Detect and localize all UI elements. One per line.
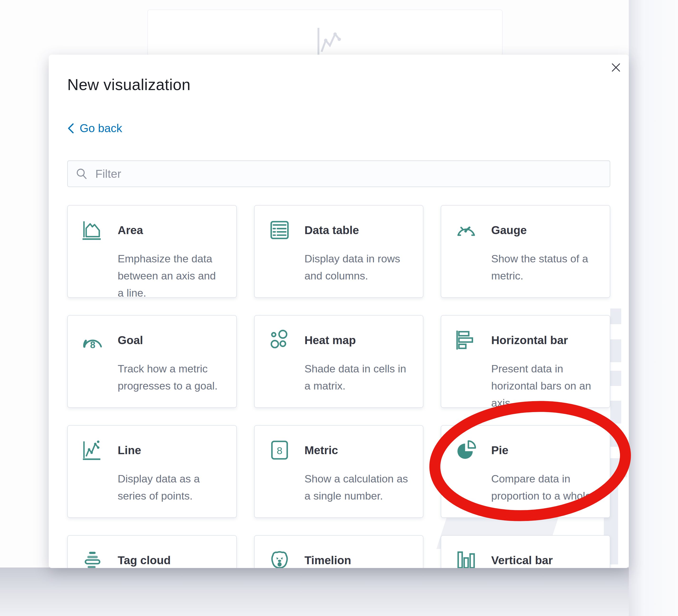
line-chart-icon [81,438,104,462]
background-page-card [147,9,502,56]
area-chart-icon [81,219,104,242]
filter-input[interactable] [95,167,602,181]
card-horizontal-bar[interactable]: Horizontal bar Present data in horizonta… [441,315,610,408]
card-data-table[interactable]: Data table Display data in rows and colu… [254,205,424,298]
card-description: Track how a metric progresses to a goal. [118,360,223,394]
card-line[interactable]: Line Display data as a series of points. [67,425,237,518]
card-pie[interactable]: Pie Compare data in proportion to a whol… [441,425,610,518]
page-background-right [629,0,678,616]
timelion-icon [268,548,291,568]
card-description: Display data in rows and columns. [305,250,410,284]
svg-text:8: 8 [90,340,95,350]
page-title: New visualization [67,55,610,93]
card-vertical-bar[interactable]: Vertical bar Present data in vertical ba… [441,535,610,568]
go-back-link[interactable]: Go back [67,122,122,135]
visualization-type-grid: Area Emphasize the data between an axis … [67,205,610,568]
card-description: Show the status of a metric. [491,250,597,284]
card-tag-cloud[interactable]: Tag cloud Display word frequency with fo… [67,535,237,568]
card-gauge[interactable]: Gauge Show the status of a metric. [441,205,610,298]
card-title: Gauge [491,224,597,237]
card-metric[interactable]: 8 Metric Show a calculation as a single … [254,425,424,518]
card-description: Present data in horizontal bars on an ax… [491,360,597,412]
tag-cloud-icon [81,548,104,568]
card-title: Tag cloud [118,554,223,567]
card-title: Area [118,224,223,237]
go-back-label: Go back [80,122,122,135]
card-description: Shade data in cells in a matrix. [305,360,410,394]
filter-search-box[interactable] [67,160,610,187]
faded-line-chart-icon [314,25,347,56]
card-title: Metric [305,444,410,457]
horizontal-bar-icon [455,329,478,352]
card-description: Compare data in proportion to a whole. [491,470,597,505]
new-visualization-modal: New visualization Go back Area [49,55,629,568]
page: { "modal": { "title": "New visualization… [0,0,678,616]
card-title: Horizontal bar [491,334,597,347]
data-table-icon [268,219,291,242]
close-icon[interactable] [609,61,623,74]
goal-icon: 8 [81,329,104,352]
card-goal[interactable]: 8 Goal Track how a metric progresses to … [67,315,237,408]
gauge-icon [455,219,478,242]
card-title: Vertical bar [491,554,597,567]
card-description: Emphasize the data between an axis and a… [118,250,223,302]
vertical-bar-icon [455,548,478,568]
chevron-left-icon [67,123,74,134]
search-icon [75,167,88,180]
card-heat-map[interactable]: Heat map Shade data in cells in a matrix… [254,315,424,408]
card-title: Data table [305,224,410,237]
card-description: Show a calculation as a single number. [305,470,410,505]
card-title: Line [118,444,223,457]
card-description: Display data as a series of points. [118,470,223,505]
card-area[interactable]: Area Emphasize the data between an axis … [67,205,237,298]
card-title: Pie [491,444,597,457]
heat-map-icon [268,329,291,352]
card-title: Heat map [305,334,410,347]
pie-chart-icon [455,438,478,462]
card-timelion[interactable]: Timelion Show time series data on a grap… [254,535,424,568]
page-background-gradient [0,568,678,616]
card-title: Timelion [305,554,410,567]
card-title: Goal [118,334,223,347]
metric-icon: 8 [268,438,291,462]
svg-text:8: 8 [277,445,282,456]
